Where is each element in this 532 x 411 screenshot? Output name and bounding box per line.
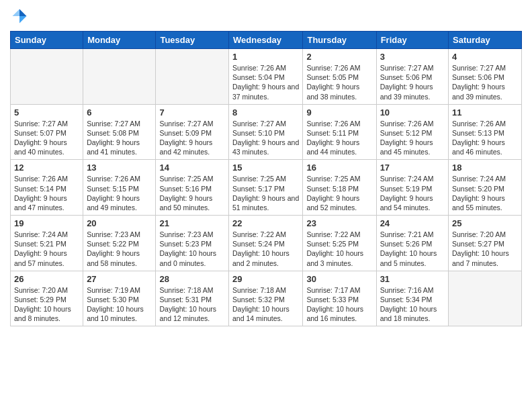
calendar-cell-1-6: 11Sunrise: 7:26 AM Sunset: 5:13 PM Dayli… bbox=[449, 104, 522, 160]
day-number: 29 bbox=[232, 274, 299, 284]
day-info: Sunrise: 7:19 AM Sunset: 5:30 PM Dayligh… bbox=[87, 285, 152, 324]
calendar-cell-0-0 bbox=[11, 49, 83, 105]
logo-icon bbox=[10, 7, 29, 26]
day-number: 23 bbox=[306, 218, 372, 228]
svg-marker-0 bbox=[19, 9, 27, 17]
day-info: Sunrise: 7:24 AM Sunset: 5:20 PM Dayligh… bbox=[452, 174, 518, 212]
calendar-header-wednesday: Wednesday bbox=[229, 32, 303, 49]
calendar-week-row-0: 1Sunrise: 7:26 AM Sunset: 5:04 PM Daylig… bbox=[11, 49, 522, 105]
calendar-cell-0-5: 3Sunrise: 7:27 AM Sunset: 5:06 PM Daylig… bbox=[376, 49, 448, 105]
calendar-cell-2-5: 17Sunrise: 7:24 AM Sunset: 5:19 PM Dayli… bbox=[376, 160, 448, 216]
calendar-cell-4-0: 26Sunrise: 7:20 AM Sunset: 5:29 PM Dayli… bbox=[11, 271, 83, 326]
day-number: 14 bbox=[159, 163, 225, 173]
day-info: Sunrise: 7:26 AM Sunset: 5:11 PM Dayligh… bbox=[306, 119, 372, 157]
calendar-header-row: SundayMondayTuesdayWednesdayThursdayFrid… bbox=[11, 32, 522, 49]
calendar-cell-0-2 bbox=[156, 49, 229, 105]
calendar-cell-2-1: 13Sunrise: 7:26 AM Sunset: 5:15 PM Dayli… bbox=[83, 160, 156, 216]
day-number: 28 bbox=[159, 274, 225, 284]
day-number: 10 bbox=[380, 107, 445, 118]
calendar-cell-2-3: 15Sunrise: 7:25 AM Sunset: 5:17 PM Dayli… bbox=[229, 160, 303, 216]
day-number: 7 bbox=[159, 107, 225, 118]
day-info: Sunrise: 7:18 AM Sunset: 5:31 PM Dayligh… bbox=[159, 285, 225, 324]
calendar-cell-3-3: 22Sunrise: 7:22 AM Sunset: 5:24 PM Dayli… bbox=[229, 216, 303, 271]
calendar-week-row-2: 12Sunrise: 7:26 AM Sunset: 5:14 PM Dayli… bbox=[11, 160, 522, 216]
day-info: Sunrise: 7:27 AM Sunset: 5:06 PM Dayligh… bbox=[380, 63, 445, 101]
calendar-cell-2-6: 18Sunrise: 7:24 AM Sunset: 5:20 PM Dayli… bbox=[449, 160, 522, 216]
day-info: Sunrise: 7:27 AM Sunset: 5:08 PM Dayligh… bbox=[87, 119, 152, 157]
day-number: 8 bbox=[232, 107, 299, 118]
day-info: Sunrise: 7:23 AM Sunset: 5:23 PM Dayligh… bbox=[159, 230, 225, 268]
main-container: SundayMondayTuesdayWednesdayThursdayFrid… bbox=[0, 0, 532, 333]
day-info: Sunrise: 7:26 AM Sunset: 5:05 PM Dayligh… bbox=[306, 63, 372, 101]
day-number: 21 bbox=[159, 218, 225, 228]
calendar-cell-4-2: 28Sunrise: 7:18 AM Sunset: 5:31 PM Dayli… bbox=[156, 271, 229, 326]
calendar-cell-0-4: 2Sunrise: 7:26 AM Sunset: 5:05 PM Daylig… bbox=[303, 49, 376, 105]
calendar-table: SundayMondayTuesdayWednesdayThursdayFrid… bbox=[10, 31, 522, 326]
day-number: 24 bbox=[380, 218, 445, 228]
calendar-cell-0-3: 1Sunrise: 7:26 AM Sunset: 5:04 PM Daylig… bbox=[229, 49, 303, 105]
calendar-header-tuesday: Tuesday bbox=[156, 32, 229, 49]
day-number: 15 bbox=[232, 163, 299, 173]
day-info: Sunrise: 7:23 AM Sunset: 5:22 PM Dayligh… bbox=[87, 230, 152, 268]
calendar-cell-2-0: 12Sunrise: 7:26 AM Sunset: 5:14 PM Dayli… bbox=[11, 160, 83, 216]
day-info: Sunrise: 7:22 AM Sunset: 5:24 PM Dayligh… bbox=[232, 230, 299, 268]
calendar-cell-1-4: 9Sunrise: 7:26 AM Sunset: 5:11 PM Daylig… bbox=[303, 104, 376, 160]
calendar-cell-4-1: 27Sunrise: 7:19 AM Sunset: 5:30 PM Dayli… bbox=[83, 271, 156, 326]
header bbox=[10, 7, 522, 26]
logo bbox=[10, 7, 32, 26]
day-info: Sunrise: 7:20 AM Sunset: 5:27 PM Dayligh… bbox=[452, 230, 518, 268]
day-info: Sunrise: 7:26 AM Sunset: 5:13 PM Dayligh… bbox=[452, 119, 518, 157]
calendar-cell-1-1: 6Sunrise: 7:27 AM Sunset: 5:08 PM Daylig… bbox=[83, 104, 156, 160]
calendar-cell-4-5: 31Sunrise: 7:16 AM Sunset: 5:34 PM Dayli… bbox=[376, 271, 448, 326]
day-number: 26 bbox=[14, 274, 79, 284]
day-number: 27 bbox=[87, 274, 152, 284]
day-number: 11 bbox=[452, 107, 518, 118]
day-info: Sunrise: 7:25 AM Sunset: 5:16 PM Dayligh… bbox=[159, 174, 225, 212]
calendar-cell-3-4: 23Sunrise: 7:22 AM Sunset: 5:25 PM Dayli… bbox=[303, 216, 376, 271]
calendar-cell-4-4: 30Sunrise: 7:17 AM Sunset: 5:33 PM Dayli… bbox=[303, 271, 376, 326]
calendar-cell-3-6: 25Sunrise: 7:20 AM Sunset: 5:27 PM Dayli… bbox=[449, 216, 522, 271]
calendar-cell-4-3: 29Sunrise: 7:18 AM Sunset: 5:32 PM Dayli… bbox=[229, 271, 303, 326]
day-number: 25 bbox=[452, 218, 518, 228]
day-number: 3 bbox=[380, 52, 445, 62]
calendar-header-saturday: Saturday bbox=[449, 32, 522, 49]
svg-marker-1 bbox=[19, 16, 27, 24]
day-number: 18 bbox=[452, 163, 518, 173]
day-number: 5 bbox=[14, 107, 79, 118]
calendar-cell-3-2: 21Sunrise: 7:23 AM Sunset: 5:23 PM Dayli… bbox=[156, 216, 229, 271]
day-info: Sunrise: 7:26 AM Sunset: 5:04 PM Dayligh… bbox=[232, 63, 299, 101]
day-info: Sunrise: 7:25 AM Sunset: 5:17 PM Dayligh… bbox=[232, 174, 299, 212]
calendar-cell-1-0: 5Sunrise: 7:27 AM Sunset: 5:07 PM Daylig… bbox=[11, 104, 83, 160]
day-number: 30 bbox=[306, 274, 372, 284]
calendar-cell-2-2: 14Sunrise: 7:25 AM Sunset: 5:16 PM Dayli… bbox=[156, 160, 229, 216]
day-number: 17 bbox=[380, 163, 445, 173]
day-info: Sunrise: 7:17 AM Sunset: 5:33 PM Dayligh… bbox=[306, 285, 372, 324]
day-info: Sunrise: 7:21 AM Sunset: 5:26 PM Dayligh… bbox=[380, 230, 445, 268]
day-info: Sunrise: 7:26 AM Sunset: 5:12 PM Dayligh… bbox=[380, 119, 445, 157]
day-number: 19 bbox=[14, 218, 79, 228]
calendar-cell-3-1: 20Sunrise: 7:23 AM Sunset: 5:22 PM Dayli… bbox=[83, 216, 156, 271]
day-info: Sunrise: 7:26 AM Sunset: 5:15 PM Dayligh… bbox=[87, 174, 152, 212]
calendar-cell-4-6 bbox=[449, 271, 522, 326]
day-number: 4 bbox=[452, 52, 518, 62]
day-info: Sunrise: 7:22 AM Sunset: 5:25 PM Dayligh… bbox=[306, 230, 372, 268]
calendar-cell-1-3: 8Sunrise: 7:27 AM Sunset: 5:10 PM Daylig… bbox=[229, 104, 303, 160]
day-info: Sunrise: 7:16 AM Sunset: 5:34 PM Dayligh… bbox=[380, 285, 445, 324]
day-info: Sunrise: 7:26 AM Sunset: 5:14 PM Dayligh… bbox=[14, 174, 79, 212]
day-number: 16 bbox=[306, 163, 372, 173]
svg-marker-2 bbox=[13, 9, 20, 17]
day-info: Sunrise: 7:27 AM Sunset: 5:07 PM Dayligh… bbox=[14, 119, 79, 157]
day-number: 12 bbox=[14, 163, 79, 173]
calendar-cell-3-0: 19Sunrise: 7:24 AM Sunset: 5:21 PM Dayli… bbox=[11, 216, 83, 271]
day-number: 31 bbox=[380, 274, 445, 284]
calendar-header-sunday: Sunday bbox=[11, 32, 83, 49]
day-info: Sunrise: 7:20 AM Sunset: 5:29 PM Dayligh… bbox=[14, 285, 79, 324]
day-info: Sunrise: 7:24 AM Sunset: 5:21 PM Dayligh… bbox=[14, 230, 79, 268]
calendar-cell-1-2: 7Sunrise: 7:27 AM Sunset: 5:09 PM Daylig… bbox=[156, 104, 229, 160]
day-info: Sunrise: 7:27 AM Sunset: 5:10 PM Dayligh… bbox=[232, 119, 299, 157]
day-number: 13 bbox=[87, 163, 152, 173]
day-number: 22 bbox=[232, 218, 299, 228]
day-info: Sunrise: 7:27 AM Sunset: 5:09 PM Dayligh… bbox=[159, 119, 225, 157]
day-info: Sunrise: 7:18 AM Sunset: 5:32 PM Dayligh… bbox=[232, 285, 299, 324]
day-info: Sunrise: 7:24 AM Sunset: 5:19 PM Dayligh… bbox=[380, 174, 445, 212]
